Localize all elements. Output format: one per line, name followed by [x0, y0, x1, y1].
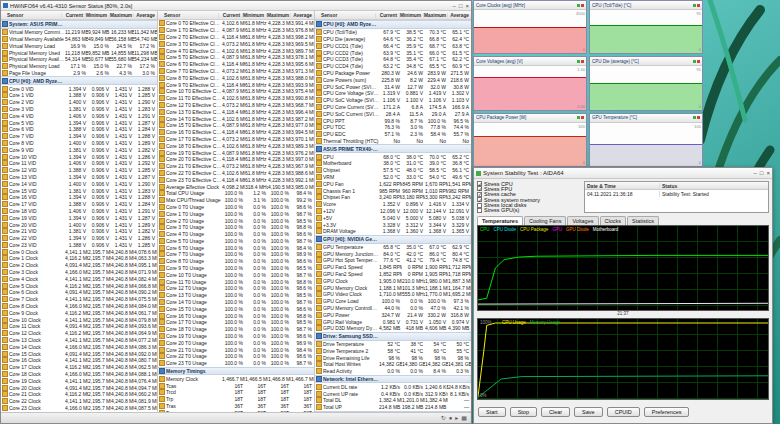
sensor-row[interactable]: CPU CCD1 (Tdie) 66.4 °C 35.9 °C 68.7 °C … [315, 42, 471, 49]
sensor-row[interactable]: Trp 18T 18T 18T 18T [158, 396, 314, 403]
sensor-row[interactable]: Core 0 VID 1.394 V 0.906 V 1.431 V 1.288… [1, 85, 157, 92]
sensor-row[interactable]: Core 13 VID 1.394 V 0.906 V 1.431 V 1.28… [1, 174, 157, 181]
column-average[interactable]: Average [133, 13, 157, 18]
sensor-row[interactable]: Core 1 T0 Usage 100.0 % 0.0 % 100.0 % 98… [158, 210, 314, 217]
log-header[interactable]: Date & Time Status [585, 182, 768, 190]
sensor-row[interactable]: Total UP 214.8 MB 198.2 MB 214.8 MB — [315, 404, 471, 411]
graph-close-icon[interactable] [581, 60, 584, 63]
graph-close-icon[interactable] [697, 116, 700, 119]
sensor-row[interactable]: Core 11 VID 1.406 V 0.906 V 1.431 V 1.29… [1, 160, 157, 167]
sensor-row[interactable]: Core 13 T0 Effective Clock 4,118.4 MHz 6… [158, 108, 314, 115]
graph-titlebar[interactable]: Core Clocks (avg) [MHz] [474, 1, 586, 10]
sensor-row[interactable]: Core 16 Clock 4,141.1 MHz 2,195.7 MHz 4,… [1, 357, 157, 364]
sensor-row[interactable]: Core 0 T0 Effective Clock 4,102.6 MHz 61… [158, 20, 314, 27]
column-average[interactable]: Average [447, 13, 471, 18]
sensor-row[interactable]: Core 14 T0 Effective Clock 4,102.6 MHz 6… [158, 115, 314, 122]
sst-tab[interactable]: Clocks [600, 216, 627, 225]
sensor-row[interactable]: Core 7 VID 1.394 V 0.906 V 1.431 V 1.288… [1, 133, 157, 140]
sensor-row[interactable]: +5V 5.040 V 5.000 V 5.080 V 5.038 V [315, 214, 471, 221]
sensor-row[interactable]: Thermal Throttling (HTC) No No No No [315, 138, 471, 145]
sensor-row[interactable]: ASUS PRIME TRX40-PRO (Nuvoton NCT6798D) [315, 144, 471, 153]
sensor-row[interactable]: Core 23 T0 Usage 100.0 % 0.0 % 100.0 % 9… [158, 360, 314, 367]
sensor-row[interactable]: GPU Memory Junction Temp 84.0 °C 42.0 °C… [315, 250, 471, 257]
column-maximum[interactable]: Maximum [266, 13, 290, 18]
sensor-row[interactable]: Core 5 Clock 4,116.2 MHz 2,195.7 MHz 4,2… [1, 282, 157, 289]
graph-config-icon[interactable] [577, 4, 580, 7]
graph-titlebar[interactable]: Core Voltages (avg) [V] [474, 57, 586, 66]
sensor-row[interactable]: Core 6 Clock 4,091.4 MHz 2,195.7 MHz 4,2… [1, 289, 157, 296]
sensor-row[interactable]: Core 1 VID 1.388 V 0.906 V 1.431 V 1.285… [1, 92, 157, 99]
graph-close-icon[interactable] [581, 116, 584, 119]
sensor-row[interactable]: Core 4 T0 Effective Clock 4,102.6 MHz 61… [158, 47, 314, 54]
sensor-row[interactable]: Core 3 Clock 4,166.0 MHz 2,195.7 MHz 4,2… [1, 269, 157, 276]
close-icon[interactable]: × [766, 170, 770, 176]
sensor-row[interactable]: CPU TDC 76.3 % 3.0 % 77.8 % 74.4 % [315, 124, 471, 131]
sensor-row[interactable]: Core 22 VID 1.394 V 0.906 V 1.431 V 1.28… [1, 235, 157, 242]
sensor-row[interactable]: Core 18 Clock 4,166.0 MHz 2,195.7 MHz 4,… [1, 371, 157, 378]
sensor-row[interactable]: GPU Fan1 Speed 1,845 RPM 0 RPM 1,900 RPM… [315, 264, 471, 271]
sensor-row[interactable]: GPU Fan2 Speed 1,852 RPM 0 RPM 1,905 RPM… [315, 271, 471, 278]
sensor-row[interactable]: Drive Remaining Life 98 % 98 % 98 % 98 % [315, 354, 471, 361]
sensor-row[interactable]: Total CPU Usage 100.0 % 1.2 % 100.0 % 98… [158, 190, 314, 197]
sensor-row[interactable]: Core 12 VID 1.388 V 0.906 V 1.431 V 1.28… [1, 167, 157, 174]
sensor-row[interactable]: Physical Memory Load 17.1 % 15.0 % 22.7 … [1, 63, 157, 70]
sensor-row[interactable]: Core 2 Clock 4,091.4 MHz 2,195.7 MHz 4,2… [1, 262, 157, 269]
sensor-row[interactable]: Core 11 Clock 4,091.4 MHz 2,195.7 MHz 4,… [1, 323, 157, 330]
sensor-row[interactable]: Core 15 T0 Usage 100.0 % 0.0 % 100.0 % 9… [158, 305, 314, 312]
sensor-row[interactable]: CPU CCD3 (Tdie) 64.8 °C 35.4 °C 67.1 °C … [315, 56, 471, 63]
sst-tab[interactable]: Cooling Fans [524, 216, 566, 225]
sensor-row[interactable]: GPU Power 324.7 W 21.4 W 330.2 W 316.8 W [315, 311, 471, 318]
sensor-row[interactable]: Core 20 T0 Usage 100.0 % 0.0 % 100.0 % 9… [158, 339, 314, 346]
sst-button[interactable]: Clear [541, 407, 570, 417]
sensor-row[interactable]: Drive Temperature 52 °C 38 °C 54 °C 50 °… [315, 341, 471, 348]
logging-icon[interactable]: ● [449, 415, 453, 421]
sensor-row[interactable]: Core 7 T0 Usage 100.0 % 0.0 % 100.0 % 98… [158, 251, 314, 258]
sensor-row[interactable]: Drive: Samsung SSD 970 EVO Plus 1TB [315, 332, 471, 341]
sensor-row[interactable]: Total Host Writes 14,382 GB 14,380 GB 14… [315, 361, 471, 368]
sensor-row[interactable]: Core 17 T0 Effective Clock 4,073.2 MHz 6… [158, 136, 314, 143]
sensor-row[interactable]: CPU CCD2 (Tdie) 63.9 °C 35.1 °C 66.0 °C … [315, 49, 471, 56]
sst-tab[interactable]: Voltages [567, 216, 598, 225]
sensor-row[interactable]: Virtual Memory Available 54,863 MB 49,84… [1, 36, 157, 43]
sensor-row[interactable]: GPU Clock 1,905.0 MHz 210.0 MHz 1,980.0 … [315, 277, 471, 284]
sensor-row[interactable]: GPU Rail Voltage 0.981 V 0.731 V 1.050 V… [315, 318, 471, 325]
sensor-row[interactable]: Core 6 T0 Effective Clock 4,118.4 MHz 61… [158, 61, 314, 68]
stress-checkbox[interactable]: Stress GPU(s) [477, 208, 581, 213]
checkbox-icon[interactable] [477, 197, 482, 202]
sensor-row[interactable]: Core 21 Clock 4,116.2 MHz 2,195.7 MHz 4,… [1, 391, 157, 398]
sensor-row[interactable]: GPU [#0]: NVIDIA GeForce RTX 3080 [315, 235, 471, 244]
sensor-columns-header[interactable]: Sensor Current Minimum Maximum Average [1, 11, 157, 20]
column-current[interactable]: Current [218, 13, 242, 18]
sensor-row[interactable]: CPU Package Power 280.3 W 24.6 W 283.9 W… [315, 70, 471, 77]
sensor-row[interactable]: Core 12 T0 Usage 100.0 % 0.0 % 100.0 % 9… [158, 285, 314, 292]
reset-minmax-icon[interactable]: ↻ [441, 415, 446, 421]
sensor-row[interactable]: CPU EDC 57.1 % 2.3 % 58.4 % 55.7 % [315, 131, 471, 138]
sensor-row[interactable]: GPU D3D Memory Dynamic 4,582 MB 418 MB 4… [315, 325, 471, 332]
sensor-row[interactable]: Core 18 T0 Effective Clock 4,102.6 MHz 6… [158, 142, 314, 149]
sensor-row[interactable]: Core 4 VID 1.406 V 0.906 V 1.431 V 1.291… [1, 112, 157, 119]
sensor-row[interactable]: Page File Usage 2.9 % 2.6 % 4.3 % 3.0 % [1, 70, 157, 77]
sensor-row[interactable]: Core 16 VID 1.394 V 0.906 V 1.431 V 1.28… [1, 194, 157, 201]
sensor-row[interactable]: Core 17 Clock 4,116.2 MHz 2,195.7 MHz 4,… [1, 364, 157, 371]
sensor-row[interactable]: Core 9 T0 Usage 100.0 % 0.0 % 100.0 % 98… [158, 265, 314, 272]
maximize-icon[interactable]: □ [459, 3, 463, 9]
sensor-row[interactable]: Core 10 T0 Usage 100.0 % 0.0 % 100.0 % 9… [158, 271, 314, 278]
sensor-row[interactable]: Max CPU/Thread Usage 100.0 % 3.1 % 100.0… [158, 197, 314, 204]
sensor-graph-window[interactable]: GPU Temperature [°C] 105 0 [589, 113, 703, 167]
sensor-row[interactable]: Core 17 VID 1.388 V 0.906 V 1.431 V 1.28… [1, 201, 157, 208]
sensor-row[interactable]: CPU SoC Current (SVI2 TFN) 28.4 A 11.5 A… [315, 110, 471, 117]
sensor-row[interactable]: Read Activity 0.0 % 0.0 % 8.4 % 0.3 % [315, 368, 471, 375]
sensor-row[interactable]: Core 1 Clock 4,116.2 MHz 2,195.7 MHz 4,2… [1, 255, 157, 262]
sensor-row[interactable]: Core 15 T0 Effective Clock 4,087.9 MHz 6… [158, 122, 314, 129]
sensor-row[interactable]: Core 8 T0 Usage 100.0 % 0.0 % 100.0 % 98… [158, 258, 314, 265]
sensor-row[interactable]: DRAM Voltage 1.368 V 1.360 V 1.368 V 1.3… [315, 228, 471, 235]
sensor-row[interactable]: Core 18 T0 Usage 100.0 % 0.0 % 100.0 % 9… [158, 326, 314, 333]
sensor-graph-window[interactable]: Core Voltages (avg) [V] 1.50 0.00 [473, 56, 587, 110]
sensor-row[interactable]: Core 2 VID 1.400 V 0.906 V 1.431 V 1.290… [1, 99, 157, 106]
sensor-row[interactable]: Core 20 VID 1.400 V 0.906 V 1.431 V 1.28… [1, 221, 157, 228]
sensor-row[interactable]: CPU (Tctl/Tdie) 67.9 °C 38.5 °C 70.3 °C … [315, 29, 471, 36]
sensor-row[interactable]: GPU Memory Controller Load 44.0 % 0.0 % … [315, 305, 471, 312]
sst-button[interactable]: Stop [510, 407, 537, 417]
close-icon[interactable]: × [465, 3, 469, 9]
sensor-row[interactable]: Core 18 VID 1.406 V 0.906 V 1.431 V 1.29… [1, 208, 157, 215]
